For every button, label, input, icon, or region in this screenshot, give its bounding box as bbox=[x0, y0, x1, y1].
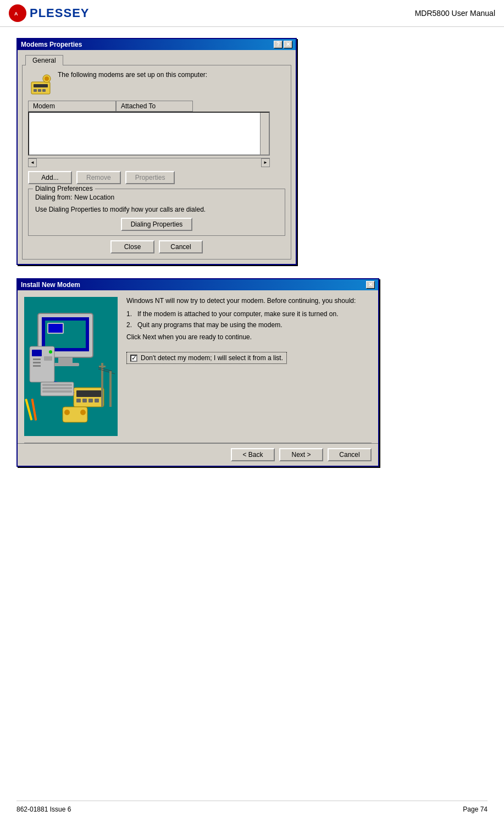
tab-area: General bbox=[22, 54, 291, 65]
scroll-left-arrow[interactable]: ◄ bbox=[28, 158, 37, 167]
info-text: The following modems are set up on this … bbox=[58, 71, 207, 79]
modem-list-headers: Modem Attached To bbox=[28, 101, 285, 112]
svg-rect-24 bbox=[76, 390, 101, 397]
svg-rect-13 bbox=[48, 324, 63, 333]
footer-right: Page 74 bbox=[463, 806, 488, 813]
dialing-from-row: Dialing from: New Location bbox=[35, 194, 278, 201]
list-item-1: 1. If the modem is attached to your comp… bbox=[126, 310, 372, 318]
svg-rect-32 bbox=[42, 390, 72, 393]
list-text-2: Quit any programs that may be using the … bbox=[137, 321, 282, 329]
modems-properties-title: Modems Properties bbox=[21, 41, 82, 48]
logo-icon: A bbox=[9, 4, 26, 22]
svg-point-36 bbox=[64, 410, 70, 415]
svg-rect-38 bbox=[101, 363, 103, 407]
logo-text: PLESSEY bbox=[30, 6, 89, 20]
remove-button[interactable]: Remove bbox=[76, 171, 121, 184]
properties-button[interactable]: Properties bbox=[125, 171, 175, 184]
svg-rect-17 bbox=[32, 350, 42, 356]
svg-rect-2 bbox=[34, 84, 48, 87]
dialog1-cancel-button[interactable]: Cancel bbox=[159, 240, 203, 253]
list-num-2: 2. bbox=[126, 321, 132, 329]
svg-rect-15 bbox=[52, 363, 79, 366]
svg-rect-31 bbox=[42, 387, 72, 389]
install-titlebar-buttons: ✕ bbox=[366, 281, 375, 289]
svg-rect-20 bbox=[33, 365, 41, 367]
svg-rect-42 bbox=[109, 371, 112, 407]
dont-detect-checkbox[interactable]: ✓ bbox=[130, 355, 137, 362]
click-next-text: Click Next when you are ready to continu… bbox=[126, 333, 372, 341]
install-titlebar: Install New Modem ✕ bbox=[18, 279, 378, 290]
install-new-modem-dialog: Install New Modem ✕ bbox=[16, 278, 379, 467]
svg-rect-30 bbox=[42, 384, 72, 386]
svg-rect-25 bbox=[76, 399, 81, 402]
svg-rect-26 bbox=[82, 399, 87, 402]
install-bottom-buttons: < Back Next > Cancel bbox=[18, 443, 378, 466]
svg-rect-18 bbox=[33, 358, 41, 360]
next-button[interactable]: Next > bbox=[279, 448, 323, 461]
svg-rect-22 bbox=[44, 356, 52, 361]
page-header: A PLESSEY MDR5800 User Manual bbox=[0, 0, 504, 27]
checkbox-label: Don't detect my modem; I will select it … bbox=[141, 354, 283, 362]
install-cancel-button[interactable]: Cancel bbox=[328, 448, 372, 461]
titlebar-buttons: ? ✕ bbox=[274, 41, 292, 48]
add-button[interactable]: Add... bbox=[28, 171, 72, 184]
logo-area: A PLESSEY bbox=[9, 4, 89, 22]
list-num-1: 1. bbox=[126, 310, 132, 318]
svg-rect-1 bbox=[31, 82, 50, 94]
page-title: MDR5800 User Manual bbox=[415, 9, 495, 18]
list-item-2: 2. Quit any programs that may be using t… bbox=[126, 321, 372, 329]
install-close-button[interactable]: ✕ bbox=[366, 281, 375, 289]
back-button[interactable]: < Back bbox=[231, 448, 275, 461]
install-list: 1. If the modem is attached to your comp… bbox=[126, 310, 372, 329]
modem-icon bbox=[28, 71, 53, 96]
modem-action-buttons: Add... Remove Properties bbox=[28, 171, 285, 184]
dont-detect-checkbox-row[interactable]: ✓ Don't detect my modem; I will select i… bbox=[126, 352, 287, 364]
install-text-area: Windows NT will now try to detect your m… bbox=[126, 297, 372, 436]
install-title: Install New Modem bbox=[21, 281, 80, 289]
svg-rect-3 bbox=[34, 89, 37, 92]
tab-general[interactable]: General bbox=[25, 55, 63, 65]
svg-point-37 bbox=[80, 410, 86, 415]
modems-dialog-body: General bbox=[18, 50, 296, 264]
dialog1-close-button[interactable]: Close bbox=[110, 240, 154, 253]
svg-rect-39 bbox=[99, 366, 106, 367]
computer-illustration bbox=[24, 297, 118, 436]
page-content: Modems Properties ? ✕ General bbox=[0, 27, 504, 491]
col-header-attached: Attached To bbox=[116, 101, 193, 112]
svg-rect-27 bbox=[88, 399, 93, 402]
col-header-modem: Modem bbox=[28, 101, 116, 112]
svg-point-21 bbox=[49, 350, 52, 354]
list-text-1: If the modem is attached to your compute… bbox=[137, 310, 339, 318]
dialing-desc: Use Dialing Properties to modify how you… bbox=[35, 206, 278, 213]
scroll-right-arrow[interactable]: ► bbox=[261, 158, 270, 167]
page-footer: 862-01881 Issue 6 Page 74 bbox=[16, 801, 488, 813]
svg-rect-5 bbox=[42, 89, 46, 92]
footer-left: 862-01881 Issue 6 bbox=[16, 806, 71, 813]
install-intro: Windows NT will now try to detect your m… bbox=[126, 297, 372, 305]
svg-rect-19 bbox=[33, 362, 41, 363]
tab-content: The following modems are set up on this … bbox=[22, 65, 291, 260]
dialing-properties-button[interactable]: Dialing Properties bbox=[121, 218, 193, 231]
vertical-scrollbar[interactable] bbox=[260, 113, 269, 155]
svg-rect-28 bbox=[95, 399, 99, 402]
dialing-from-label: Dialing from: bbox=[35, 194, 72, 201]
install-body: Windows NT will now try to detect your m… bbox=[18, 290, 378, 443]
modems-properties-titlebar: Modems Properties ? ✕ bbox=[18, 39, 296, 50]
horizontal-scrollbar[interactable]: ◄ ► bbox=[28, 158, 270, 167]
svg-rect-14 bbox=[58, 357, 73, 363]
svg-text:A: A bbox=[14, 11, 18, 16]
close-button[interactable]: ✕ bbox=[284, 41, 292, 48]
dialing-preferences-group: Dialing Preferences Dialing from: New Lo… bbox=[28, 189, 285, 236]
info-row: The following modems are set up on this … bbox=[28, 71, 285, 96]
svg-rect-4 bbox=[38, 89, 41, 92]
help-button[interactable]: ? bbox=[274, 41, 283, 48]
dialing-from-value: New Location bbox=[74, 194, 114, 201]
modems-properties-dialog: Modems Properties ? ✕ General bbox=[16, 38, 297, 265]
svg-point-7 bbox=[45, 76, 49, 81]
dialog1-bottom-buttons: Close Cancel bbox=[28, 240, 285, 253]
group-legend: Dialing Preferences bbox=[33, 185, 95, 192]
modem-list-box[interactable] bbox=[28, 112, 270, 156]
